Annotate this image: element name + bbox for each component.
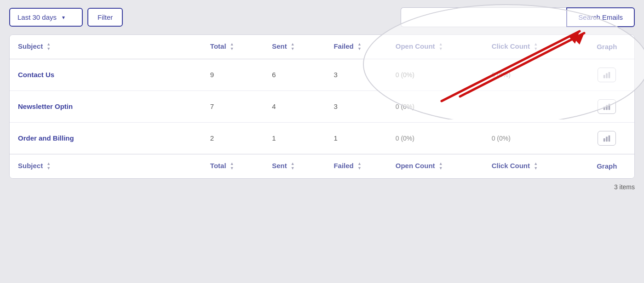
table-row: Newsletter Optin 7 4 3 0 (0%) bbox=[10, 91, 634, 122]
sort-arrows-subject-footer[interactable]: ▲▼ bbox=[46, 162, 51, 171]
email-table-container: Subject ▲▼ Total ▲▼ Sent ▲▼ Failed ▲▼ Op… bbox=[9, 34, 635, 179]
svg-rect-5 bbox=[609, 104, 610, 110]
col-footer-open-count[interactable]: Open Count ▲▼ bbox=[387, 154, 483, 178]
cell-subject: Newsletter Optin bbox=[10, 91, 202, 122]
table-header-row: Subject ▲▼ Total ▲▼ Sent ▲▼ Failed ▲▼ Op… bbox=[10, 35, 634, 59]
sort-arrows-failed-footer[interactable]: ▲▼ bbox=[357, 162, 362, 171]
svg-rect-0 bbox=[604, 75, 605, 78]
col-header-open-count[interactable]: Open Count ▲▼ bbox=[387, 35, 483, 59]
filter-button[interactable]: Filter bbox=[87, 8, 123, 27]
bar-chart-icon bbox=[603, 71, 611, 79]
email-table: Subject ▲▼ Total ▲▼ Sent ▲▼ Failed ▲▼ Op… bbox=[10, 35, 634, 178]
sort-arrows-click[interactable]: ▲▼ bbox=[534, 42, 538, 51]
chevron-down-icon: ▾ bbox=[62, 14, 65, 21]
col-header-graph: Graph bbox=[580, 35, 634, 59]
sort-arrows-click-footer[interactable]: ▲▼ bbox=[534, 162, 538, 171]
sort-arrows-open-footer[interactable]: ▲▼ bbox=[439, 162, 443, 171]
svg-rect-8 bbox=[609, 136, 610, 142]
col-header-sent[interactable]: Sent ▲▼ bbox=[264, 35, 325, 59]
top-bar: Last 30 days ▾ Filter Search Emails bbox=[0, 0, 644, 34]
cell-failed: 3 bbox=[325, 91, 387, 122]
cell-failed: 1 bbox=[325, 122, 387, 154]
cell-total: 7 bbox=[202, 91, 264, 122]
sort-arrows-total[interactable]: ▲▼ bbox=[230, 42, 234, 51]
cell-sent: 1 bbox=[264, 122, 325, 154]
col-footer-failed[interactable]: Failed ▲▼ bbox=[325, 154, 387, 178]
date-filter-select[interactable]: Last 30 days ▾ bbox=[9, 8, 83, 27]
sort-arrows-failed[interactable]: ▲▼ bbox=[357, 42, 362, 51]
items-count: 3 items bbox=[0, 179, 644, 195]
date-filter-label: Last 30 days bbox=[17, 13, 57, 21]
top-bar-right: Search Emails bbox=[401, 7, 635, 27]
col-footer-click-count[interactable]: Click Count ▲▼ bbox=[483, 154, 580, 178]
cell-open-count: 0 (0%) bbox=[387, 59, 483, 91]
cell-open-count: 0 (0%) bbox=[387, 122, 483, 154]
cell-click-count bbox=[483, 91, 580, 122]
sort-arrows-sent-footer[interactable]: ▲▼ bbox=[291, 162, 295, 171]
col-footer-sent[interactable]: Sent ▲▼ bbox=[264, 154, 325, 178]
cell-subject: Order and Billing bbox=[10, 122, 202, 154]
col-header-total[interactable]: Total ▲▼ bbox=[202, 35, 264, 59]
svg-rect-7 bbox=[606, 136, 608, 142]
svg-rect-1 bbox=[606, 73, 608, 78]
bar-chart-icon bbox=[603, 134, 611, 142]
cell-click-count: 0 (0%) bbox=[483, 59, 580, 91]
graph-button[interactable] bbox=[598, 99, 616, 114]
graph-button[interactable] bbox=[598, 131, 616, 146]
cell-graph bbox=[580, 122, 634, 154]
col-header-click-count[interactable]: Click Count ▲▼ bbox=[483, 35, 580, 59]
cell-click-count: 0 (0%) bbox=[483, 122, 580, 154]
table-row: Order and Billing 2 1 1 0 (0%) 0 (0%) bbox=[10, 122, 634, 154]
top-bar-left: Last 30 days ▾ Filter bbox=[9, 8, 123, 27]
sort-arrows-open[interactable]: ▲▼ bbox=[439, 42, 443, 51]
sort-arrows-total-footer[interactable]: ▲▼ bbox=[230, 162, 234, 171]
svg-rect-3 bbox=[604, 107, 605, 110]
svg-rect-2 bbox=[609, 72, 610, 79]
cell-total: 9 bbox=[202, 59, 264, 91]
graph-button[interactable] bbox=[598, 68, 616, 82]
svg-rect-6 bbox=[604, 138, 605, 142]
cell-subject: Contact Us bbox=[10, 59, 202, 91]
cell-failed: 3 bbox=[325, 59, 387, 91]
table-row: Contact Us 9 6 3 0 (0%) 0 (0%) bbox=[10, 59, 634, 91]
table-body: Contact Us 9 6 3 0 (0%) 0 (0%) bbox=[10, 59, 634, 154]
sort-arrows-subject[interactable]: ▲▼ bbox=[46, 42, 51, 51]
sort-arrows-sent[interactable]: ▲▼ bbox=[291, 42, 295, 51]
svg-rect-4 bbox=[606, 105, 608, 110]
bar-chart-icon bbox=[603, 102, 611, 111]
col-footer-total[interactable]: Total ▲▼ bbox=[202, 154, 264, 178]
search-emails-button[interactable]: Search Emails bbox=[566, 7, 635, 27]
cell-graph bbox=[580, 91, 634, 122]
col-header-subject[interactable]: Subject ▲▼ bbox=[10, 35, 202, 59]
col-header-failed[interactable]: Failed ▲▼ bbox=[325, 35, 387, 59]
search-input[interactable] bbox=[401, 7, 566, 27]
col-footer-graph: Graph bbox=[580, 154, 634, 178]
cell-sent: 6 bbox=[264, 59, 325, 91]
cell-graph bbox=[580, 59, 634, 91]
cell-total: 2 bbox=[202, 122, 264, 154]
table-footer-row: Subject ▲▼ Total ▲▼ Sent ▲▼ Failed ▲▼ Op… bbox=[10, 154, 634, 178]
col-footer-subject[interactable]: Subject ▲▼ bbox=[10, 154, 202, 178]
cell-sent: 4 bbox=[264, 91, 325, 122]
cell-open-count: 0 (0%) bbox=[387, 91, 483, 122]
